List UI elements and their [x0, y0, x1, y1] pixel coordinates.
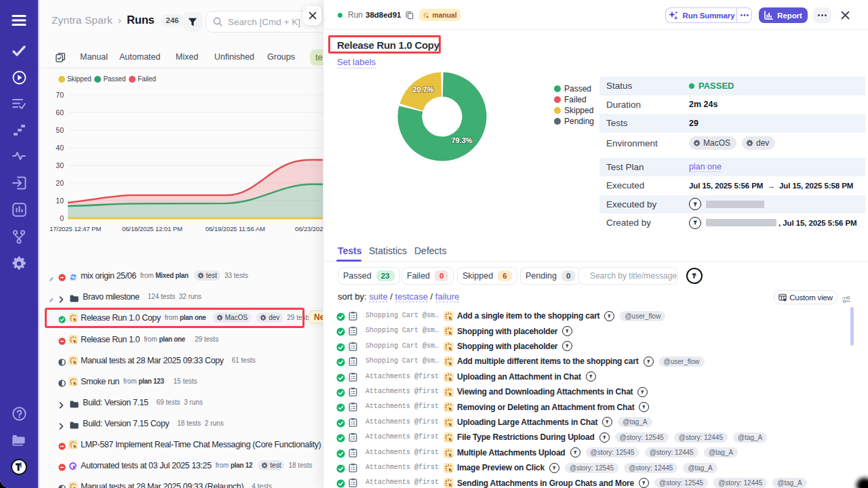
svg-text:10: 10 — [56, 197, 64, 205]
svg-text:0: 0 — [60, 214, 64, 222]
svg-text:50: 50 — [56, 126, 64, 134]
svg-text:79.3%: 79.3% — [451, 136, 472, 144]
svg-text:20: 20 — [56, 179, 64, 187]
svg-text:60: 60 — [56, 108, 64, 117]
svg-text:70: 70 — [56, 91, 64, 99]
svg-text:30: 30 — [56, 161, 64, 169]
svg-text:40: 40 — [56, 144, 64, 152]
svg-text:20.7%: 20.7% — [412, 85, 433, 94]
